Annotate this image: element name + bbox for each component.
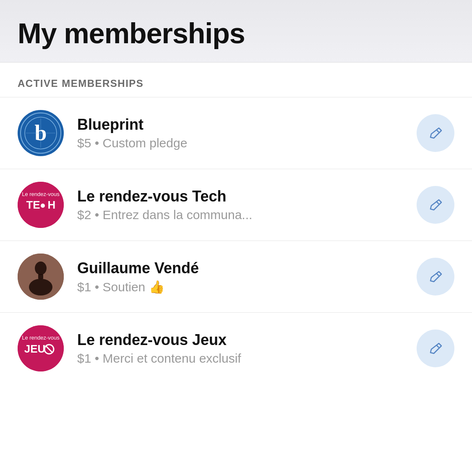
section-label: ACTIVE MEMBERSHIPS <box>18 78 143 89</box>
svg-rect-15 <box>38 274 43 279</box>
edit-button[interactable] <box>417 186 454 224</box>
membership-name: Le rendez-vous Jeux <box>77 331 407 349</box>
membership-detail: $2 • Entrez dans la communa... <box>77 208 407 222</box>
page-title: My memberships <box>18 17 454 50</box>
membership-detail: $5 • Custom pledge <box>77 136 407 150</box>
svg-text:H: H <box>48 199 56 211</box>
membership-name: Blueprint <box>77 116 407 133</box>
section-header: ACTIVE MEMBERSHIPS <box>0 63 472 97</box>
list-item: Le rendez-vous JEU Le rendez-vous Jeux $… <box>0 312 472 384</box>
svg-text:Le rendez-vous: Le rendez-vous <box>22 191 60 197</box>
svg-point-13 <box>35 262 47 275</box>
svg-rect-5 <box>18 182 64 228</box>
pencil-icon <box>427 125 444 141</box>
avatar <box>18 254 64 300</box>
svg-point-8 <box>41 204 45 208</box>
content-area: ACTIVE MEMBERSHIPS b Blue <box>0 63 472 476</box>
membership-list: b Blueprint $5 • Custom pledge <box>0 97 472 384</box>
membership-detail: $1 • Soutien 👍 <box>77 280 407 294</box>
avatar: Le rendez-vous TE H <box>18 182 64 228</box>
membership-info: Blueprint $5 • Custom pledge <box>77 116 407 150</box>
list-item: Le rendez-vous TE H Le rendez-vous Tech … <box>0 169 472 241</box>
membership-name: Guillaume Vendé <box>77 259 407 277</box>
svg-point-14 <box>29 279 52 296</box>
list-item: Guillaume Vendé $1 • Soutien 👍 <box>0 241 472 312</box>
pencil-icon <box>427 268 444 285</box>
edit-button[interactable] <box>417 258 454 296</box>
svg-text:TE: TE <box>26 199 40 211</box>
pencil-icon <box>427 340 444 357</box>
page-wrapper: My memberships ACTIVE MEMBERSHIPS b <box>0 0 472 476</box>
membership-name: Le rendez-vous Tech <box>77 188 407 205</box>
edit-button[interactable] <box>417 330 454 367</box>
page-header: My memberships <box>0 0 472 63</box>
list-item: b Blueprint $5 • Custom pledge <box>0 97 472 169</box>
avatar: Le rendez-vous JEU <box>18 325 64 371</box>
pencil-icon <box>427 196 444 213</box>
svg-text:Le rendez-vous: Le rendez-vous <box>22 335 60 341</box>
membership-info: Guillaume Vendé $1 • Soutien 👍 <box>77 259 407 294</box>
svg-text:JEU: JEU <box>24 343 46 355</box>
membership-info: Le rendez-vous Jeux $1 • Merci et conten… <box>77 331 407 366</box>
membership-detail: $1 • Merci et contenu exclusif <box>77 351 407 366</box>
edit-button[interactable] <box>417 114 454 152</box>
membership-info: Le rendez-vous Tech $2 • Entrez dans la … <box>77 188 407 222</box>
avatar: b <box>18 110 64 156</box>
